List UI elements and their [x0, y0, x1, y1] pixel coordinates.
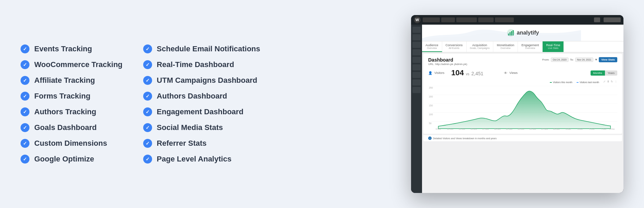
check-icon	[21, 155, 29, 164]
download-icon[interactable]: ⬇	[607, 80, 609, 83]
list-item: Referrer Stats	[143, 139, 260, 148]
views-label: Views	[509, 71, 518, 75]
info-icon: i	[428, 136, 432, 140]
list-item: Events Tracking	[21, 44, 123, 53]
check-icon	[143, 123, 152, 132]
visitors-label: Visitors	[434, 71, 444, 75]
legend-dot-last-month	[577, 82, 579, 83]
wp-bar-item	[456, 17, 477, 22]
feature-label: Engagement Dashboard	[157, 107, 244, 116]
list-item: WooCommerce Tracking	[21, 60, 123, 69]
years-button[interactable]: Years	[605, 70, 617, 76]
svg-text:150: 150	[429, 104, 433, 107]
svg-text:13-Nov: 13-Nov	[459, 128, 465, 130]
tab-label: Acquisition	[470, 43, 490, 47]
check-icon	[143, 60, 152, 69]
tab-label: Audience	[425, 43, 438, 47]
view-stats-button[interactable]: View Stats	[599, 57, 617, 62]
tab-realtime[interactable]: Real-Time Live Stats	[543, 41, 564, 52]
analytify-header: analytify	[422, 25, 623, 41]
svg-text:50: 50	[429, 122, 432, 125]
check-icon	[143, 76, 152, 85]
tab-conversions[interactable]: Conversions All Events	[442, 41, 467, 52]
check-icon	[143, 44, 152, 53]
sidebar-item	[412, 64, 421, 70]
svg-text:15-Nov: 15-Nov	[471, 128, 477, 130]
check-icon	[143, 155, 152, 164]
wp-bar-item	[478, 17, 494, 22]
feature-label: Forms Tracking	[34, 92, 90, 101]
feature-label: Events Tracking	[34, 44, 92, 53]
tab-sub: Live Stats	[546, 47, 560, 49]
sidebar-item	[412, 57, 421, 63]
feature-label: Real-Time Dashboard	[157, 60, 234, 69]
svg-text:27-Nov: 27-Nov	[542, 128, 548, 130]
menu-icon[interactable]: ⋮	[615, 80, 617, 83]
visitors-chart: 250 200 150 100 50	[428, 86, 617, 130]
tab-engagement[interactable]: Engagement Overview	[518, 41, 543, 52]
list-item: Engagement Dashboard	[143, 107, 260, 116]
tab-sub: Overview	[425, 47, 438, 49]
chart-legend: Visitors this month Visitors last month …	[428, 80, 617, 84]
svg-text:9-Dec: 9-Dec	[609, 128, 615, 130]
wp-bar-item-right	[604, 17, 621, 22]
chevron-down-icon: ▼	[595, 58, 597, 61]
to-label: To:	[570, 58, 574, 61]
check-icon	[143, 92, 152, 101]
feature-label: Goals Dashboard	[34, 123, 97, 132]
svg-text:11-Nov: 11-Nov	[447, 128, 454, 130]
svg-text:29-Nov: 29-Nov	[553, 128, 560, 130]
wordpress-logo: W	[414, 16, 421, 23]
feature-label: Referrer Stats	[157, 139, 207, 148]
feature-label: Affiliate Tracking	[34, 76, 95, 85]
feature-label: UTM Campaigns Dashboard	[157, 76, 257, 85]
feature-label: WooCommerce Tracking	[34, 60, 123, 69]
from-date: Oct 24, 2020	[551, 57, 569, 62]
months-button[interactable]: Months	[591, 70, 605, 76]
wp-bar-item	[441, 17, 455, 22]
dashboard-inner: analytify Audience Overview Conversions …	[422, 25, 623, 193]
list-item: Authors Tracking	[21, 107, 123, 116]
tab-acquisition[interactable]: Acquisition Goals, Campaigns	[467, 41, 494, 52]
feature-label: Social Media Stats	[157, 123, 223, 132]
check-icon	[21, 139, 29, 148]
dashboard-title-section: Dashboard URL: http://admin.pk (Admin.pk…	[428, 57, 467, 66]
check-icon	[21, 123, 29, 132]
check-icon	[143, 107, 152, 116]
list-item: Authors Dashboard	[143, 92, 260, 101]
expand-icon[interactable]: ⤢	[603, 80, 606, 83]
feature-label: Custom Dimensions	[34, 139, 107, 148]
nav-tabs: Audience Overview Conversions All Events…	[422, 41, 623, 52]
wp-sidebar	[411, 25, 422, 193]
list-item: Schedule Email Notifications	[143, 44, 260, 53]
wp-bar-item	[495, 17, 514, 22]
sidebar-item	[412, 27, 421, 33]
svg-text:17-Nov: 17-Nov	[482, 128, 489, 130]
tab-sub: Overview	[521, 47, 539, 49]
tab-monetisation[interactable]: Monetisation Overview	[493, 41, 518, 52]
sidebar-item	[412, 42, 421, 48]
wp-bar-items	[423, 17, 592, 22]
feature-label: Schedule Email Notifications	[157, 44, 260, 53]
refresh-icon[interactable]: ↻	[611, 80, 613, 83]
tab-audience[interactable]: Audience Overview	[422, 41, 442, 52]
list-item: Google Optimize	[21, 155, 123, 164]
legend-last-month: Visitors last month	[577, 80, 599, 84]
check-icon	[21, 92, 29, 101]
list-item: Custom Dimensions	[21, 139, 123, 148]
sidebar-item	[412, 49, 421, 55]
dashboard-header-row: Dashboard URL: http://admin.pk (Admin.pk…	[428, 57, 617, 66]
legend-this-month: Visitors this month	[550, 80, 572, 84]
from-label: From:	[542, 58, 549, 61]
wp-bar-item	[423, 17, 440, 22]
views-metric: 👁 Views	[504, 71, 518, 75]
to-date: Nov 24, 2021	[575, 57, 594, 62]
svg-text:3-Dec: 3-Dec	[578, 128, 583, 130]
footer-text: Detailed Visitors and Views breakdown in…	[433, 137, 497, 140]
tab-label: Conversions	[446, 43, 463, 47]
svg-text:25-Nov: 25-Nov	[530, 128, 536, 130]
tab-label: Engagement	[521, 43, 539, 47]
tab-label: Monetisation	[497, 43, 514, 47]
wp-toolbar: W	[411, 15, 623, 25]
svg-text:200: 200	[429, 95, 433, 98]
